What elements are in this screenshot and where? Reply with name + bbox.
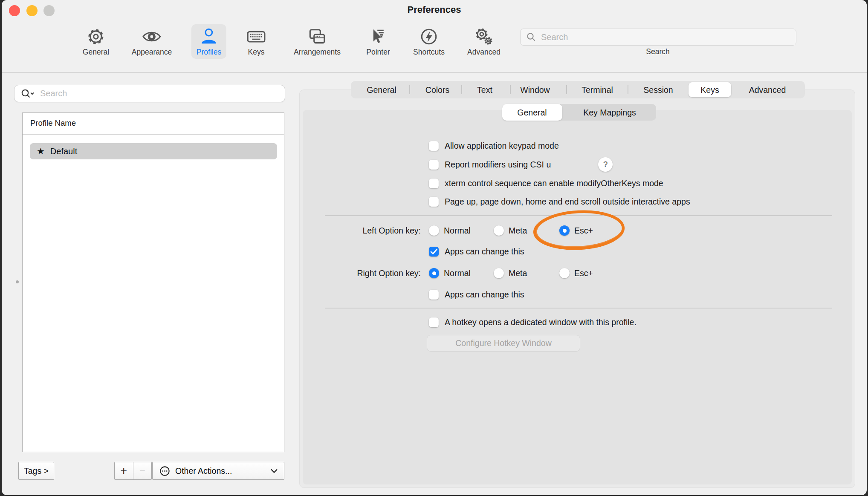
splitter-dot[interactable] — [16, 280, 19, 283]
checkbox-row: Apps can change this — [429, 290, 524, 300]
radio-right-meta[interactable]: Meta — [494, 268, 527, 278]
toolbar-item-shortcuts[interactable]: Shortcuts — [408, 24, 450, 59]
tab-window[interactable]: Window — [520, 84, 550, 96]
tab-separator — [628, 85, 628, 94]
eye-icon — [142, 27, 162, 46]
radio-label[interactable]: Esc+ — [574, 268, 593, 278]
other-actions-label: Other Actions... — [175, 466, 232, 476]
search-scope-icon[interactable] — [20, 88, 36, 99]
add-remove-group: + − — [114, 462, 152, 480]
bolt-icon — [419, 27, 439, 46]
toolbar-label: Profiles — [197, 48, 221, 57]
radio-label[interactable]: Meta — [509, 226, 527, 236]
toolbar-item-pointer[interactable]: Pointer — [361, 24, 395, 59]
toolbar-search-input[interactable] — [540, 32, 781, 43]
tab-separator — [461, 85, 462, 94]
tab-keys[interactable]: Keys — [700, 84, 719, 96]
checkbox-label[interactable]: A hotkey opens a dedicated window with t… — [445, 317, 637, 327]
right-apps-can-change-checkbox[interactable] — [429, 290, 439, 300]
page-scroll-checkbox[interactable] — [429, 197, 439, 207]
toolbar-label: Appearance — [132, 48, 172, 57]
radio-selected[interactable] — [429, 268, 439, 278]
radio-left-normal[interactable]: Normal — [429, 225, 471, 236]
radio-label[interactable]: Normal — [444, 268, 471, 278]
checkbox-row: Report modifiers using CSI u — [429, 160, 551, 170]
profile-search-input[interactable] — [39, 88, 271, 99]
tags-button[interactable]: Tags > — [18, 462, 54, 480]
radio-left-meta[interactable]: Meta — [494, 225, 527, 236]
tab-separator — [409, 85, 410, 94]
toolbar-label: General — [83, 48, 109, 57]
checkbox-label[interactable]: Apps can change this — [445, 290, 524, 300]
windows-icon — [307, 27, 327, 46]
toolbar-item-keys[interactable]: Keys — [240, 24, 272, 59]
configure-hotkey-window-button[interactable]: Configure Hotkey Window — [427, 335, 580, 352]
toolbar-search-caption: Search — [520, 47, 796, 56]
toolbar-search-field[interactable] — [520, 29, 796, 46]
modify-other-keys-checkbox[interactable] — [429, 179, 439, 188]
checkbox-label[interactable]: Apps can change this — [445, 247, 524, 257]
radio-left-esc[interactable]: Esc+ — [559, 225, 593, 236]
subtab-general[interactable]: General — [517, 107, 547, 118]
tab-separator — [566, 85, 567, 94]
toolbar-label: Keys — [248, 48, 265, 57]
tab-colors[interactable]: Colors — [425, 84, 449, 96]
checkbox-row: xterm control sequence can enable modify… — [429, 179, 663, 188]
tab-terminal[interactable]: Terminal — [582, 84, 613, 96]
radio[interactable] — [429, 225, 439, 236]
add-profile-button[interactable]: + — [115, 462, 133, 479]
profile-row-default[interactable]: ★ Default — [30, 143, 277, 159]
checkbox-label[interactable]: xterm control sequence can enable modify… — [445, 179, 663, 188]
checkbox-row: Apps can change this — [429, 247, 524, 257]
keyboard-icon — [246, 27, 267, 46]
checkbox-row: Allow application keypad mode — [429, 141, 559, 151]
radio[interactable] — [494, 225, 504, 236]
left-apps-can-change-checkbox[interactable] — [429, 247, 439, 257]
remove-profile-button[interactable]: − — [133, 462, 152, 479]
screenshot-stage: Preferences General Appearance Pro — [0, 0, 868, 496]
profile-tabstrip — [351, 81, 805, 98]
tab-session[interactable]: Session — [643, 84, 673, 96]
toolbar-item-profiles[interactable]: Profiles — [191, 24, 226, 59]
radio-selected[interactable] — [559, 225, 570, 236]
tab-advanced[interactable]: Advanced — [749, 84, 786, 96]
section-separator — [325, 308, 832, 309]
search-icon — [526, 32, 536, 42]
toolbar-item-advanced[interactable]: Advanced — [462, 24, 506, 59]
subtab-key-mappings[interactable]: Key Mappings — [583, 107, 636, 118]
chevron-down-icon — [270, 468, 278, 473]
toolbar-item-general[interactable]: General — [78, 24, 114, 59]
other-actions-button[interactable]: Other Actions... — [152, 462, 284, 480]
checkbox-row: A hotkey opens a dedicated window with t… — [429, 317, 637, 327]
checkbox-label[interactable]: Allow application keypad mode — [445, 141, 559, 151]
toolbar-item-appearance[interactable]: Appearance — [127, 24, 177, 59]
hotkey-window-checkbox[interactable] — [429, 317, 439, 327]
checkbox-label[interactable]: Report modifiers using CSI u — [445, 160, 551, 170]
radio-label[interactable]: Normal — [444, 226, 471, 236]
window-title: Preferences — [2, 4, 867, 15]
tab-text[interactable]: Text — [477, 84, 492, 96]
toolbar-item-arrangements[interactable]: Arrangements — [289, 24, 346, 59]
left-option-label: Left Option key: — [293, 225, 421, 236]
preferences-window: Preferences General Appearance Pro — [2, 0, 867, 495]
profile-name: Default — [50, 147, 77, 156]
radio-label[interactable]: Meta — [509, 268, 527, 278]
radio[interactable] — [559, 268, 570, 278]
tab-general[interactable]: General — [367, 84, 396, 96]
default-star-icon: ★ — [37, 146, 45, 156]
radio-right-esc[interactable]: Esc+ — [559, 268, 593, 278]
checkbox-label[interactable]: Page up, page down, home and end scroll … — [445, 197, 690, 207]
help-button[interactable]: ? — [598, 157, 613, 172]
toolbar-label: Arrangements — [294, 48, 341, 57]
radio[interactable] — [494, 268, 504, 278]
radio-right-normal[interactable]: Normal — [429, 268, 471, 278]
toolbar-label: Advanced — [467, 48, 501, 57]
radio-label[interactable]: Esc+ — [574, 226, 593, 236]
profile-search-field[interactable] — [14, 85, 285, 102]
tab-separator — [510, 85, 511, 94]
section-separator — [325, 215, 832, 216]
right-option-label: Right Option key: — [293, 268, 421, 278]
allow-keypad-checkbox[interactable] — [429, 141, 439, 151]
csi-u-checkbox[interactable] — [429, 160, 439, 170]
ellipsis-circle-icon — [159, 465, 171, 477]
